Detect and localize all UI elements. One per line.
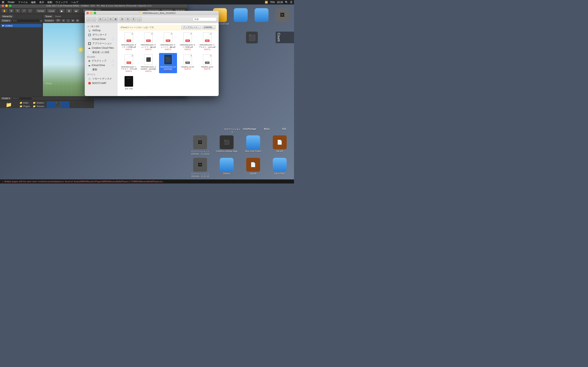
subfolder-shaders-label: Shaders bbox=[36, 102, 44, 104]
sidebar-item-remote-disk[interactable]: 💿 リモートディスク bbox=[86, 76, 116, 81]
file-item-4[interactable]: PDF MMD4Mecanim リアルタイ…ysics.pdf 領域不足 bbox=[198, 31, 216, 51]
project-folder-mmd4mecanim[interactable]: 📁 MMD4Mecanim bbox=[2, 101, 16, 108]
hierarchy-options-btn[interactable]: ≡ bbox=[41, 20, 42, 22]
selected-pkg-icon: ⬛ bbox=[164, 54, 172, 65]
file-item-8[interactable]: TXT Readme_en.txt 領域不足 bbox=[179, 53, 197, 73]
list-view-btn[interactable]: ≡ bbox=[103, 17, 108, 21]
file-name-9: Readme_jp.txt bbox=[201, 66, 213, 68]
center-btn[interactable]: Center bbox=[36, 9, 46, 13]
unity-icon-desktop[interactable]: ⬛ bbox=[246, 32, 258, 44]
effects-btn[interactable]: ★ bbox=[71, 19, 75, 23]
help-menu[interactable]: ヘルプ bbox=[71, 1, 78, 4]
move-tool-btn[interactable]: ⊕ bbox=[9, 9, 14, 13]
view-menu[interactable]: 表示 bbox=[39, 1, 44, 4]
rect-tool-btn[interactable]: □ bbox=[27, 9, 33, 13]
finder-menu[interactable]: Finder bbox=[8, 1, 15, 4]
window-menu[interactable]: ウインドウ bbox=[56, 1, 68, 4]
desktop-zikkenn-icon[interactable]: Zikkenn bbox=[214, 157, 240, 178]
scale-tool-btn[interactable]: ⤢ bbox=[21, 9, 27, 13]
step-btn[interactable]: ⏭ bbox=[73, 9, 80, 13]
forward-btn[interactable]: › bbox=[92, 17, 96, 21]
sidebar-item-desktop[interactable]: 🖥 デスクトップ 🕐 bbox=[86, 58, 116, 63]
apple-menu[interactable]: ⌘ bbox=[2, 1, 4, 4]
sidebar-item-bootcamp[interactable]: 🔴 BOOTCAMP bbox=[86, 81, 116, 85]
rotate-tool-btn[interactable]: ↻ bbox=[15, 9, 20, 13]
back-btn[interactable]: ‹ bbox=[86, 17, 91, 21]
play-btn[interactable]: ▶ bbox=[59, 9, 65, 13]
column-view-btn[interactable]: ⊟ bbox=[108, 17, 113, 21]
details-btn[interactable]: 詳細情報... bbox=[202, 25, 215, 29]
upgrade-btn[interactable]: アップグレード... bbox=[181, 25, 201, 29]
menubar-spotlight[interactable]: 🔍 bbox=[285, 1, 288, 4]
project-unitypackage-item[interactable]: ⬛ MMD4Mecanim.u nitypackage bbox=[47, 101, 70, 108]
menubar-wifi[interactable]: 📶 bbox=[265, 1, 268, 4]
hierarchy-search-input[interactable] bbox=[12, 19, 40, 23]
file-item-7[interactable]: ⬛ MMD4Mecanim.unitypackage 領域不足 bbox=[159, 53, 177, 73]
hand-tool-btn[interactable]: ✋ bbox=[1, 9, 8, 13]
desktop-screenshot2-icon[interactable]: 🖼 スクリーンショット 2018-06-...21.21.10 bbox=[187, 157, 213, 178]
file-menu[interactable]: ファイル bbox=[18, 1, 28, 4]
audio-btn[interactable]: ♪ bbox=[66, 19, 70, 23]
desktop-lifeistech-icon[interactable]: Life is Tech! bbox=[267, 157, 292, 178]
desktop-unityrun-icon[interactable]: ⬛ UnityRun.unitypac kage bbox=[214, 134, 240, 156]
project-search-input[interactable] bbox=[12, 97, 32, 100]
file-item-9[interactable]: TXT Readme_jp.txt 領域不足 bbox=[198, 53, 216, 73]
tag-btn[interactable]: ○ bbox=[137, 17, 142, 21]
maximize-button[interactable] bbox=[9, 4, 11, 7]
edit-menu[interactable]: 編集 bbox=[31, 1, 36, 4]
file-item-5[interactable]: PDF MMD4Mecanim リアルタイ…付与.pdf 領域不足 bbox=[120, 53, 138, 73]
cover-view-btn[interactable]: ▦ bbox=[113, 17, 118, 21]
go-menu[interactable]: 移動 bbox=[47, 1, 52, 4]
create-hierarchy-btn[interactable]: Create ▾ bbox=[1, 19, 11, 23]
lighting-btn[interactable]: ☀ bbox=[61, 19, 66, 23]
project-subfolder-plugins[interactable]: 📁 Plugins bbox=[19, 105, 31, 108]
create-project-btn[interactable]: Create ▾ bbox=[1, 97, 11, 100]
desktop-screenshot1-icon[interactable]: 🖼 スクリーンショット 2018-06-...3 1.19.22 bbox=[187, 134, 213, 156]
minimize-button[interactable] bbox=[5, 4, 8, 7]
file-item-1[interactable]: PDF MMD4Mecanim チュートリ…編).pdf 領域不足 bbox=[139, 31, 157, 51]
finder-maximize-btn[interactable] bbox=[94, 12, 96, 14]
hierarchy-tab[interactable]: Hierarchy bbox=[1, 15, 14, 18]
file-item-10[interactable]: exec 歩き.vmd bbox=[120, 75, 138, 91]
project-subfolder-textures[interactable]: 📁 Textures bbox=[32, 105, 45, 108]
file-item-6[interactable]: ⬛ MMD4Mecanim_S tandard....package 領域不足 bbox=[139, 53, 157, 73]
file-item-3[interactable]: PDF MMD4Mecanim モーフ拡張.pdf 領域不足 bbox=[179, 31, 197, 51]
sidebar-item-documents[interactable]: 📄 書類 bbox=[86, 67, 116, 72]
file-icon-1: PDF bbox=[143, 32, 154, 43]
project-subfolder-editor[interactable]: 📁 Editor bbox=[19, 101, 31, 104]
finder-minimize-btn[interactable] bbox=[90, 12, 93, 14]
desktop-icon-folder3[interactable] bbox=[252, 7, 272, 26]
sidebar-item-airdrop[interactable]: 📡 AirDrop bbox=[86, 28, 116, 33]
sidebar-item-downloads[interactable]: ⬇️ ダウンロード bbox=[86, 33, 116, 37]
desktop-kkk-icon[interactable]: 📄 kkk.pdf bbox=[267, 134, 292, 156]
desktop-icon-folder2[interactable] bbox=[231, 7, 251, 26]
2d-btn[interactable]: 2D bbox=[55, 19, 61, 23]
finder-close-btn[interactable] bbox=[86, 12, 89, 14]
pause-btn[interactable]: ⏸ bbox=[66, 9, 72, 13]
local-btn[interactable]: Local bbox=[47, 9, 56, 13]
sidebar-item-recent[interactable]: 📄 最近使った項目 bbox=[86, 50, 116, 55]
finder-search-input[interactable] bbox=[192, 17, 217, 21]
file-item-2[interactable]: PDF MMD4Mecanim チュートリ…編).pdf 領域不足 bbox=[159, 31, 177, 51]
action-btn[interactable]: ⚙ bbox=[125, 17, 130, 21]
sidebar-item-creative-cloud[interactable]: ☁ Creative Cloud Files bbox=[86, 46, 116, 50]
desktop-icon-image1[interactable]: 🖼 bbox=[273, 7, 292, 26]
game-tab[interactable]: Game bbox=[53, 15, 63, 18]
share-btn[interactable]: ⬆ bbox=[131, 17, 136, 21]
scene-tab[interactable]: Scene bbox=[44, 15, 53, 18]
shaded-dropdown[interactable]: Shaded▾ bbox=[44, 19, 55, 23]
sidebar-item-icloud-drive[interactable]: ☁ iCloud Drive 🕐 bbox=[86, 63, 116, 67]
sidebar-item-icloud-fav[interactable]: ☁️ iCloud Drive 🕐 bbox=[86, 37, 116, 41]
desktop-pdf-icon[interactable]: 📄 pdf.pdf bbox=[241, 157, 266, 178]
sidebar-item-apps[interactable]: 🔲 アプリケーション bbox=[86, 41, 116, 46]
hierarchy-item-untitled[interactable]: ▶ Untitled bbox=[1, 24, 42, 27]
arrange-btn[interactable]: ⊞ bbox=[120, 17, 125, 21]
gizmos-btn[interactable]: ⚙ bbox=[76, 19, 80, 23]
close-button[interactable] bbox=[2, 4, 4, 7]
icon-view-btn[interactable]: ⊞ bbox=[98, 17, 103, 21]
file-item-0[interactable]: PDF MMD4Mecanim オーディオ同期.pdf 領域不足 bbox=[120, 31, 138, 51]
folder-icon-blue1 bbox=[234, 8, 248, 22]
project-subfolder-shaders[interactable]: 📁 Shaders bbox=[32, 101, 45, 104]
desktop-newunity-icon[interactable]: New Unity Project bbox=[241, 134, 266, 156]
menubar-notification[interactable]: ☰ bbox=[290, 1, 292, 4]
